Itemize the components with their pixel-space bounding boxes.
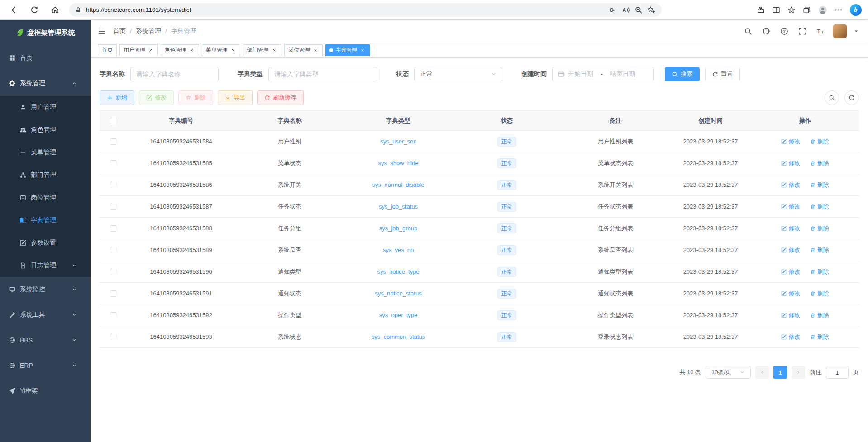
- table-row[interactable]: 1641030593246531589 系统是否 sys_yes_no 正常 系…: [100, 239, 859, 261]
- dict-type-link[interactable]: sys_job_status: [379, 203, 418, 210]
- breadcrumb-home[interactable]: 首页: [113, 27, 126, 35]
- font-size-button[interactable]: [815, 25, 826, 37]
- dict-type-link[interactable]: sys_oper_type: [379, 312, 418, 318]
- row-checkbox[interactable]: [110, 312, 116, 318]
- sidebar-item-system[interactable]: 系统管理: [0, 71, 91, 96]
- tab-user-mgmt[interactable]: 用户管理: [119, 44, 158, 56]
- sidebar-item-monitor[interactable]: 系统监控: [0, 277, 91, 302]
- close-tab-icon[interactable]: [148, 47, 154, 53]
- row-checkbox[interactable]: [110, 247, 116, 253]
- edit-row-button[interactable]: 修改: [781, 268, 800, 276]
- close-tab-icon[interactable]: [359, 47, 366, 53]
- table-row[interactable]: 1641030593246531585 菜单状态 sys_show_hide 正…: [100, 152, 859, 174]
- dict-type-link[interactable]: sys_job_group: [379, 225, 418, 232]
- close-tab-icon[interactable]: [189, 47, 195, 53]
- refresh-table-button[interactable]: [844, 90, 859, 105]
- table-row[interactable]: 1641030593246531591 通知状态 sys_notice_stat…: [100, 283, 859, 304]
- sidebar-item-user-mgmt[interactable]: 用户管理: [0, 96, 91, 119]
- delete-row-button[interactable]: 删除: [810, 268, 829, 276]
- sidebar-item-role-mgmt[interactable]: 角色管理: [0, 119, 91, 141]
- tab-role-mgmt[interactable]: 角色管理: [161, 44, 199, 56]
- breadcrumb-system[interactable]: 系统管理: [136, 27, 161, 35]
- toggle-search-button[interactable]: [825, 90, 839, 105]
- zoom-out-icon[interactable]: [634, 6, 643, 14]
- delete-row-button[interactable]: 删除: [810, 138, 829, 146]
- edit-row-button[interactable]: 修改: [781, 311, 800, 319]
- row-checkbox[interactable]: [110, 160, 116, 166]
- browser-back-button[interactable]: [6, 3, 21, 17]
- split-screen-icon[interactable]: [772, 6, 780, 14]
- header-search-button[interactable]: [742, 25, 754, 37]
- browser-refresh-button[interactable]: [27, 3, 42, 17]
- edit-row-button[interactable]: 修改: [781, 224, 800, 233]
- browser-profile-icon[interactable]: [818, 5, 827, 14]
- address-bar[interactable]: https://ccnetcore.com:1101/system/dict: [69, 3, 662, 17]
- table-row[interactable]: 1641030593246531590 通知类型 sys_notice_type…: [100, 261, 859, 283]
- row-checkbox[interactable]: [110, 204, 116, 210]
- close-tab-icon[interactable]: [271, 47, 277, 53]
- delete-row-button[interactable]: 删除: [810, 203, 829, 211]
- row-checkbox[interactable]: [110, 269, 116, 275]
- dict-type-link[interactable]: sys_user_sex: [380, 138, 416, 145]
- export-button[interactable]: 导出: [218, 90, 253, 105]
- reset-button[interactable]: 重置: [705, 67, 740, 81]
- delete-button[interactable]: 删除: [178, 90, 213, 105]
- dict-type-link[interactable]: sys_yes_no: [383, 247, 414, 253]
- sidebar-item-dict-mgmt[interactable]: 字典管理: [0, 209, 91, 232]
- refresh-cache-button[interactable]: 刷新缓存: [257, 90, 304, 105]
- close-tab-icon[interactable]: [230, 47, 236, 53]
- delete-row-button[interactable]: 删除: [810, 224, 829, 233]
- more-menu-icon[interactable]: [835, 6, 843, 14]
- row-checkbox[interactable]: [110, 334, 116, 340]
- dict-type-link[interactable]: sys_notice_type: [377, 268, 419, 275]
- delete-row-button[interactable]: 删除: [810, 181, 829, 189]
- delete-row-button[interactable]: 删除: [810, 311, 829, 319]
- table-row[interactable]: 1641030593246531586 系统开关 sys_normal_disa…: [100, 174, 859, 196]
- edit-row-button[interactable]: 修改: [781, 203, 800, 211]
- collections-icon[interactable]: [803, 6, 811, 14]
- caret-down-icon[interactable]: [854, 29, 859, 34]
- sidebar-item-home[interactable]: 首页: [0, 45, 91, 71]
- date-range-picker[interactable]: 开始日期 - 结束日期: [552, 67, 654, 81]
- table-row[interactable]: 1641030593246531592 操作类型 sys_oper_type 正…: [100, 304, 859, 326]
- sidebar-item-yi-framework[interactable]: Yi框架: [0, 378, 91, 404]
- edit-row-button[interactable]: 修改: [781, 333, 800, 341]
- row-checkbox[interactable]: [110, 138, 116, 145]
- extensions-icon[interactable]: [757, 6, 765, 14]
- goto-page-input[interactable]: [826, 366, 849, 379]
- close-tab-icon[interactable]: [312, 47, 319, 53]
- dict-type-link[interactable]: sys_show_hide: [378, 160, 419, 166]
- table-row[interactable]: 1641030593246531593 系统状态 sys_common_stat…: [100, 326, 859, 348]
- table-row[interactable]: 1641030593246531588 任务分组 sys_job_group 正…: [100, 218, 859, 239]
- sidebar-item-log-mgmt[interactable]: 日志管理: [0, 254, 91, 277]
- app-logo[interactable]: 意框架管理系统: [0, 20, 91, 45]
- sidebar-item-tools[interactable]: 系统工具: [0, 302, 91, 328]
- sidebar-item-param-settings[interactable]: 参数设置: [0, 232, 91, 254]
- fullscreen-button[interactable]: [796, 25, 808, 37]
- table-row[interactable]: 1641030593246531584 用户性别 sys_user_sex 正常…: [100, 131, 859, 152]
- row-checkbox[interactable]: [110, 225, 116, 232]
- delete-row-button[interactable]: 删除: [810, 159, 829, 167]
- table-row[interactable]: 1641030593246531587 任务状态 sys_job_status …: [100, 196, 859, 218]
- add-button[interactable]: 新增: [100, 90, 134, 105]
- row-checkbox[interactable]: [110, 182, 116, 188]
- edit-row-button[interactable]: 修改: [781, 181, 800, 189]
- dict-type-input[interactable]: [274, 71, 371, 78]
- tab-menu-mgmt[interactable]: 菜单管理: [202, 44, 240, 56]
- sidebar-item-menu-mgmt[interactable]: 菜单管理: [0, 141, 91, 164]
- add-favorite-icon[interactable]: [647, 6, 655, 14]
- edit-row-button[interactable]: 修改: [781, 159, 800, 167]
- browser-home-button[interactable]: [48, 3, 62, 17]
- page-number-button[interactable]: 1: [773, 366, 787, 379]
- delete-row-button[interactable]: 删除: [810, 333, 829, 341]
- tab-dept-mgmt[interactable]: 部门管理: [243, 44, 281, 56]
- search-button[interactable]: 搜索: [665, 67, 700, 81]
- read-aloud-icon[interactable]: [622, 6, 630, 14]
- status-select[interactable]: 正常: [414, 67, 502, 81]
- next-page-button[interactable]: [792, 366, 805, 379]
- prev-page-button[interactable]: [755, 366, 769, 379]
- sidebar-item-erp[interactable]: ERP: [0, 353, 91, 378]
- bing-icon[interactable]: b: [850, 4, 862, 16]
- edit-button[interactable]: 修改: [139, 90, 174, 105]
- github-button[interactable]: [760, 25, 772, 37]
